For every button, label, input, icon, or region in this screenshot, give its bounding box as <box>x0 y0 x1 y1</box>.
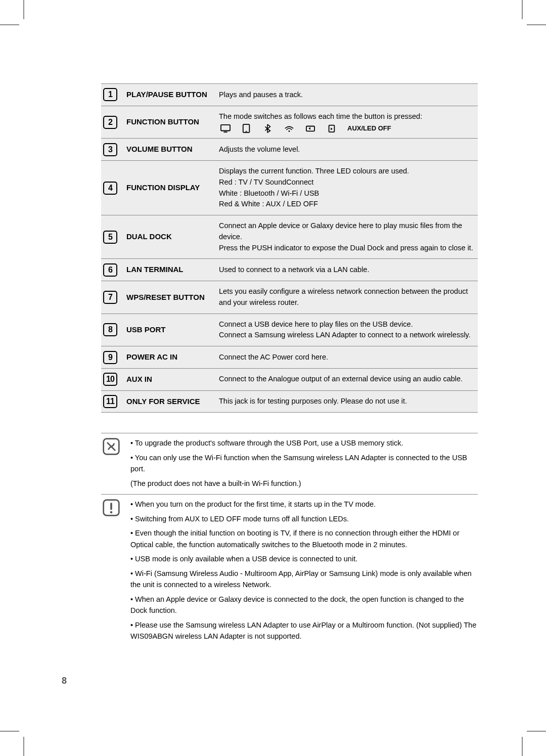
note-block: To upgrade the product's software throug… <box>101 433 478 492</box>
notes-section: To upgrade the product's software throug… <box>101 433 478 645</box>
row-number: 1 <box>103 88 117 101</box>
table-row: 9 POWER AC IN Connect the AC Power cord … <box>101 346 478 369</box>
row-number: 8 <box>103 323 117 336</box>
svg-point-10 <box>110 511 113 514</box>
row-number: 2 <box>103 116 117 129</box>
table-row: 11 ONLY FOR SERVICE This jack is for tes… <box>101 390 478 413</box>
row-number: 9 <box>103 351 117 364</box>
page: 1 PLAY/PAUSE BUTTON Plays and pauses a t… <box>0 0 546 756</box>
table-row: 8 USB PORT Connect a USB device here to … <box>101 314 478 346</box>
table-row: 1 PLAY/PAUSE BUTTON Plays and pauses a t… <box>101 84 478 106</box>
row-desc: Used to connect to a network via a LAN c… <box>215 259 478 281</box>
row-desc: Lets you easily configure a wireless net… <box>215 281 478 314</box>
row-label: DUAL DOCK <box>126 215 215 259</box>
soundconnect-icon <box>241 124 252 133</box>
row-label: PLAY/PAUSE BUTTON <box>126 84 215 106</box>
row-label: VOLUME BUTTON <box>126 139 215 161</box>
aux-ledoff-label: AUX/LED OFF <box>347 123 391 134</box>
parts-table: 1 PLAY/PAUSE BUTTON Plays and pauses a t… <box>101 83 478 413</box>
row-label: FUNCTION DISPLAY <box>126 161 215 215</box>
svg-rect-0 <box>221 124 230 130</box>
row-number: 7 <box>103 291 117 304</box>
crop-mark <box>527 24 546 25</box>
svg-rect-1 <box>223 131 227 132</box>
wifi-icon <box>284 124 295 133</box>
table-row: 3 VOLUME BUTTON Adjusts the volume level… <box>101 139 478 161</box>
row-label: AUX IN <box>126 368 215 390</box>
crop-mark <box>0 24 19 25</box>
svg-rect-9 <box>110 503 112 510</box>
row-desc: The mode switches as follows each time t… <box>215 106 478 139</box>
table-row: 7 WPS/RESET BUTTON Lets you easily confi… <box>101 281 478 314</box>
table-row: 6 LAN TERMINAL Used to connect to a netw… <box>101 259 478 281</box>
mode-icons: AUX/LED OFF <box>220 123 391 134</box>
crop-mark <box>23 0 24 19</box>
bluetooth-icon <box>262 124 274 133</box>
crop-mark <box>0 731 19 732</box>
row-label: FUNCTION BUTTON <box>126 106 215 139</box>
crop-mark <box>522 0 523 19</box>
page-number: 8 <box>62 676 67 686</box>
table-row: 10 AUX IN Connect to the Analogue output… <box>101 368 478 390</box>
tv-icon <box>220 124 231 133</box>
caution-block: When you turn on the product for the fir… <box>101 494 478 645</box>
row-desc: This jack is for testing purposes only. … <box>215 390 478 413</box>
table-row: 2 FUNCTION BUTTON The mode switches as f… <box>101 106 478 139</box>
row-label: WPS/RESET BUTTON <box>126 281 215 314</box>
row-number: 6 <box>103 263 117 277</box>
crop-mark <box>527 731 546 732</box>
row-number: 3 <box>103 143 117 156</box>
usb-icon <box>305 124 316 133</box>
row-desc: Displays the current function. Three LED… <box>215 161 478 215</box>
row-desc: Connect to the Analogue output of an ext… <box>215 368 478 390</box>
svg-point-4 <box>289 130 290 132</box>
caution-icon <box>101 499 121 645</box>
caution-body: When you turn on the product for the fir… <box>130 499 478 645</box>
row-number: 5 <box>103 231 117 244</box>
row-label: LAN TERMINAL <box>126 259 215 281</box>
row-label: POWER AC IN <box>126 346 215 369</box>
crop-mark <box>23 737 24 756</box>
row-desc: Connect a USB device here to play files … <box>215 314 478 346</box>
row-desc: Adjusts the volume level. <box>215 139 478 161</box>
row-label: USB PORT <box>126 314 215 346</box>
row-desc: Connect an Apple device or Galaxy device… <box>215 215 478 259</box>
table-row: 4 FUNCTION DISPLAY Displays the current … <box>101 161 478 215</box>
table-row: 5 DUAL DOCK Connect an Apple device or G… <box>101 215 478 259</box>
inner-page: 1 PLAY/PAUSE BUTTON Plays and pauses a t… <box>30 30 516 726</box>
note-icon <box>101 437 121 492</box>
svg-rect-3 <box>245 131 247 131</box>
crop-mark <box>522 737 523 756</box>
row-number: 10 <box>103 373 117 386</box>
row-label: ONLY FOR SERVICE <box>126 390 215 413</box>
content-area: 1 PLAY/PAUSE BUTTON Plays and pauses a t… <box>101 83 478 645</box>
row-number: 4 <box>103 182 117 195</box>
note-body: To upgrade the product's software throug… <box>130 437 478 492</box>
row-desc: Plays and pauses a track. <box>215 84 478 106</box>
dock-icon <box>326 124 337 133</box>
row-number: 11 <box>103 395 117 408</box>
row-desc: Connect the AC Power cord here. <box>215 346 478 369</box>
